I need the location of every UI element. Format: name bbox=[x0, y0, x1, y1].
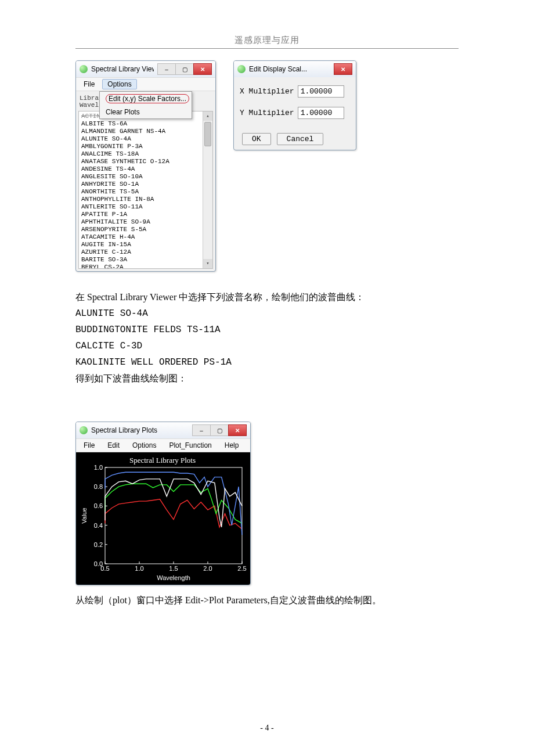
scroll-down-icon[interactable]: ▾ bbox=[203, 259, 212, 268]
scroll-thumb[interactable] bbox=[204, 122, 211, 146]
svg-text:2.5: 2.5 bbox=[237, 565, 246, 572]
list-item[interactable]: ANHYDRITE SO-1A bbox=[81, 181, 210, 188]
menu-plot-function[interactable]: Plot_Function bbox=[164, 440, 217, 451]
svg-text:1.5: 1.5 bbox=[169, 565, 178, 572]
edit-display-scaling-dialog: Edit Display Scal... ✕ X Multiplier Y Mu… bbox=[233, 60, 356, 150]
menu-options[interactable]: Options bbox=[102, 79, 136, 89]
menu-file[interactable]: File bbox=[78, 440, 100, 451]
svg-text:0.4: 0.4 bbox=[94, 522, 103, 529]
list-item[interactable]: AUGITE IN-15A bbox=[81, 241, 210, 249]
scrollbar[interactable]: ▴ ▾ bbox=[203, 111, 212, 268]
list-item[interactable]: ALBITE TS-6A bbox=[81, 120, 210, 128]
window-title: Edit Display Scal... bbox=[249, 65, 330, 73]
page-number: - 4 - bbox=[0, 723, 534, 733]
page-header: 遥感原理与应用 bbox=[75, 35, 459, 46]
menu-options[interactable]: Options bbox=[127, 440, 161, 451]
y-multiplier-label: Y Multiplier bbox=[240, 109, 294, 117]
list-item[interactable]: APHTHITALITE SO-9A bbox=[81, 218, 210, 226]
list-item[interactable]: AZURITE C-12A bbox=[81, 249, 210, 256]
menu-edit[interactable]: Edit bbox=[102, 440, 125, 451]
list-item[interactable]: ANGLESITE SO-10A bbox=[81, 173, 210, 181]
x-multiplier-input[interactable] bbox=[298, 85, 344, 98]
minimize-button[interactable]: – bbox=[157, 63, 175, 75]
maximize-button[interactable]: ▢ bbox=[175, 63, 193, 75]
svg-text:2.0: 2.0 bbox=[203, 565, 212, 572]
list-item[interactable]: AMBLYGONITE P-3A bbox=[81, 143, 210, 150]
scroll-up-icon[interactable]: ▴ bbox=[203, 111, 212, 121]
app-icon bbox=[237, 65, 246, 73]
cancel-button[interactable]: Cancel bbox=[277, 133, 324, 145]
plot-area: Spectral Library Plots0.00.20.40.60.81.0… bbox=[76, 452, 250, 585]
menu-clear-plots[interactable]: Clear Plots bbox=[100, 106, 192, 118]
y-multiplier-input[interactable] bbox=[298, 107, 344, 119]
svg-text:0.8: 0.8 bbox=[94, 483, 103, 490]
list-item[interactable]: ANORTHITE TS-5A bbox=[81, 188, 210, 196]
spectra-list[interactable]: ACTINOLITE IN-4AALBITE TS-6AALMANDINE GA… bbox=[78, 111, 213, 269]
window-title: Spectral Library Viewer bbox=[91, 65, 154, 73]
window-title: Spectral Library Plots bbox=[91, 426, 189, 434]
close-button[interactable]: ✕ bbox=[334, 63, 352, 75]
list-item[interactable]: ALUNITE SO-4A bbox=[81, 135, 210, 143]
list-item[interactable]: BARITE SO-3A bbox=[81, 256, 210, 264]
list-item[interactable]: ANALCIME TS-18A bbox=[81, 150, 210, 158]
list-item[interactable]: ATACAMITE H-4A bbox=[81, 233, 210, 241]
svg-text:1.0: 1.0 bbox=[135, 565, 143, 572]
app-icon bbox=[80, 426, 88, 434]
svg-text:Wavelength: Wavelength bbox=[157, 574, 190, 581]
list-item[interactable]: ANTHOPHYLLITE IN-8A bbox=[81, 196, 210, 203]
spectral-library-plots-window: Spectral Library Plots – ▢ ✕ File Edit O… bbox=[75, 422, 251, 585]
svg-text:Value: Value bbox=[81, 507, 88, 523]
header-rule bbox=[75, 48, 459, 49]
list-item[interactable]: ALMANDINE GARNET NS-4A bbox=[81, 128, 210, 135]
spectral-library-viewer-window: Spectral Library Viewer – ▢ ✕ File Optio… bbox=[75, 60, 216, 272]
menu-file[interactable]: File bbox=[78, 79, 100, 89]
ok-button[interactable]: OK bbox=[242, 133, 271, 145]
minimize-button[interactable]: – bbox=[192, 424, 210, 436]
close-button[interactable]: ✕ bbox=[228, 424, 247, 436]
menu-edit-xy-scale-factors[interactable]: Edit (x,y) Scale Factors... bbox=[100, 92, 192, 106]
lower-text: 从绘制（plot）窗口中选择 Edit->Plot Parameters,自定义… bbox=[75, 595, 459, 607]
svg-text:0.6: 0.6 bbox=[94, 502, 103, 509]
app-icon bbox=[80, 65, 88, 73]
close-button[interactable]: ✕ bbox=[193, 63, 212, 75]
list-item[interactable]: ANATASE SYNTHETIC O-12A bbox=[81, 158, 210, 165]
list-item[interactable]: APATITE P-1A bbox=[81, 211, 210, 218]
svg-text:0.2: 0.2 bbox=[94, 541, 103, 548]
list-item[interactable]: ANTLERITE SO-11A bbox=[81, 203, 210, 211]
x-multiplier-label: X Multiplier bbox=[240, 87, 294, 96]
body-text: 在 Spectral Library Viewer 中选择下列波普名称，绘制他们… bbox=[75, 289, 459, 387]
svg-text:Spectral Library Plots: Spectral Library Plots bbox=[129, 456, 196, 465]
svg-text:0.5: 0.5 bbox=[100, 565, 109, 572]
list-item[interactable]: ARSENOPYRITE S-5A bbox=[81, 226, 210, 233]
svg-text:1.0: 1.0 bbox=[94, 464, 103, 471]
options-dropdown: Edit (x,y) Scale Factors... Clear Plots bbox=[99, 91, 192, 119]
menu-help[interactable]: Help bbox=[219, 440, 244, 451]
list-item[interactable]: ANDESINE TS-4A bbox=[81, 165, 210, 173]
svg-rect-0 bbox=[78, 455, 247, 582]
list-item[interactable]: BERYL CS-2A bbox=[81, 264, 210, 269]
maximize-button[interactable]: ▢ bbox=[210, 424, 228, 436]
